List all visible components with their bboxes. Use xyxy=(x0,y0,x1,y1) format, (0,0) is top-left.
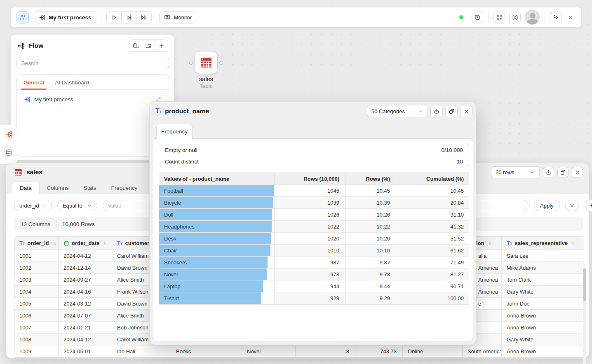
download-button[interactable] xyxy=(430,105,443,117)
apps-button[interactable] xyxy=(493,12,505,23)
text-type-icon: TT xyxy=(507,240,512,246)
frequency-row[interactable]: Doll102610.2631.10 xyxy=(159,209,469,221)
add-filter-button[interactable] xyxy=(585,200,592,211)
frequency-column-header[interactable]: Rows (10,000) xyxy=(275,173,345,185)
node-card[interactable] xyxy=(195,51,218,74)
node-output-port[interactable] xyxy=(219,61,223,65)
frequency-row[interactable]: Desk102010.2051.52 xyxy=(159,233,469,245)
grid-scrollbar[interactable] xyxy=(583,267,586,364)
tab-ai-dashboard[interactable]: AI Dashboard xyxy=(55,79,89,89)
frequency-row[interactable]: Novel9789.7881.27 xyxy=(159,268,469,280)
apply-filter-button[interactable]: Apply xyxy=(534,200,560,211)
run-button[interactable] xyxy=(107,12,122,23)
frequency-column-header[interactable]: Values of - product_name xyxy=(159,173,275,185)
frequency-table: Values of - product_nameRows (10,000)Row… xyxy=(159,173,469,305)
frequency-number-cell: 1022 xyxy=(275,221,345,233)
close-icon xyxy=(569,203,575,208)
chevron-down-icon xyxy=(87,203,92,208)
ai-assistant-button[interactable] xyxy=(550,12,561,23)
play-skip-icon xyxy=(125,14,132,21)
users-button[interactable] xyxy=(16,11,29,23)
column-header[interactable]: TTorder_id↑↓ xyxy=(14,237,59,250)
node-input-port[interactable] xyxy=(189,61,193,65)
run-to-end-button[interactable] xyxy=(122,12,136,23)
table-cell: 8 xyxy=(296,345,355,357)
flow-list-item[interactable]: My first process xyxy=(17,90,169,109)
table-cell: 2024-01-21 xyxy=(59,322,112,334)
frequency-row[interactable]: Sneakers9879.8771.49 xyxy=(159,257,469,268)
frequency-bar xyxy=(159,209,272,220)
calendar-icon xyxy=(63,240,69,246)
expand-modal-button[interactable] xyxy=(445,105,458,117)
run-step-button[interactable] xyxy=(136,12,151,23)
flow-actions xyxy=(129,40,168,52)
tab-stats[interactable]: Stats xyxy=(76,182,104,194)
monitor-button-label: Monitor xyxy=(174,14,192,21)
filter-operator-select[interactable]: Equal to xyxy=(57,200,97,211)
flow-search-input[interactable] xyxy=(16,57,169,69)
stat-value: 10 xyxy=(457,159,463,165)
table-row[interactable]: 10092024-05-01Ian HallBooksNovel8743.73O… xyxy=(14,345,584,357)
frequency-number-cell: 10.10 xyxy=(345,245,396,257)
close-sales-window-button[interactable] xyxy=(572,167,583,178)
settings-button[interactable] xyxy=(509,12,521,23)
frequency-row[interactable]: Bicycle103910.3920.84 xyxy=(159,197,469,209)
frequency-row[interactable]: Laptop9449.4490.71 xyxy=(159,280,469,292)
filter-column-select[interactable]: order_id xyxy=(14,200,52,211)
frequency-value-label: Sneakers xyxy=(164,259,187,266)
sort-icon[interactable]: ↑↓ xyxy=(103,241,106,245)
add-folder-button[interactable] xyxy=(142,40,155,51)
frequency-number-cell: 10.45 xyxy=(345,185,396,197)
frequency-value-label: Laptop xyxy=(164,283,181,289)
table-cell: 2024-09-27 xyxy=(59,274,112,286)
tab-columns[interactable]: Columns xyxy=(40,182,76,194)
close-icon xyxy=(567,14,574,21)
frequency-row[interactable]: Football104510.4510.45 xyxy=(159,185,469,197)
sales-table-node[interactable]: sales Table xyxy=(181,51,231,89)
frequency-number-cell: 1039 xyxy=(275,197,345,209)
add-flow-button[interactable] xyxy=(155,40,168,51)
frequency-number-cell: 978 xyxy=(275,268,345,280)
frequency-column-header[interactable]: Rows (%) xyxy=(345,173,396,185)
export-button[interactable] xyxy=(543,167,554,178)
clear-filter-button[interactable] xyxy=(565,200,579,211)
expand-button[interactable] xyxy=(557,167,569,178)
frequency-row[interactable]: Chair101010.1061.62 xyxy=(159,245,469,257)
plus-icon xyxy=(589,203,592,208)
calendar-clock-icon xyxy=(132,42,139,49)
close-modal-button[interactable] xyxy=(460,105,472,117)
rail-flow-button[interactable] xyxy=(0,125,17,143)
frequency-column-header[interactable]: Cumulated (%) xyxy=(396,173,469,185)
monitor-icon xyxy=(164,14,171,21)
play-pause-icon xyxy=(140,14,147,21)
rail-data-button[interactable] xyxy=(0,143,17,161)
close-app-button[interactable] xyxy=(566,12,576,22)
frequency-row[interactable]: Headphones102210.2241.32 xyxy=(159,221,469,233)
tab-frequency[interactable]: Frequency xyxy=(104,182,145,194)
toolbar-divider xyxy=(545,12,545,23)
frequency-number-cell: 10.26 xyxy=(345,209,396,221)
table-cell: 2024-03-12 xyxy=(59,298,112,310)
column-header[interactable]: TTsales_representative↑↓ xyxy=(502,237,578,250)
avatar[interactable] xyxy=(525,10,540,25)
grid-scrollbar-thumb[interactable] xyxy=(583,268,586,301)
frequency-number-cell: 100.00 xyxy=(396,292,469,304)
rows-per-page-select[interactable]: 20 rows xyxy=(491,166,540,178)
schedule-button[interactable] xyxy=(129,40,142,51)
frequency-row[interactable]: T-shirt9299.29100.00 xyxy=(159,292,469,304)
app-canvas: My first process Monitor xyxy=(0,0,592,364)
sort-icon[interactable]: ↑↓ xyxy=(572,241,574,245)
column-header[interactable]: order_date↑↓ xyxy=(59,237,112,250)
monitor-button[interactable]: Monitor xyxy=(159,11,196,23)
tab-data[interactable]: Data xyxy=(12,182,40,194)
sort-icon[interactable]: ↑↓ xyxy=(489,241,491,245)
categories-select[interactable]: 50 Categories xyxy=(367,105,428,117)
tab-frequency[interactable]: Frequency xyxy=(156,124,193,139)
tab-general[interactable]: General xyxy=(23,79,44,89)
sort-icon[interactable]: ↑↓ xyxy=(53,241,55,245)
history-button[interactable] xyxy=(472,12,483,23)
frequency-value-label: Doll xyxy=(164,212,173,218)
download-icon xyxy=(433,108,440,114)
process-button[interactable]: My first process xyxy=(34,11,96,23)
frequency-number-cell: 1020 xyxy=(275,233,345,245)
